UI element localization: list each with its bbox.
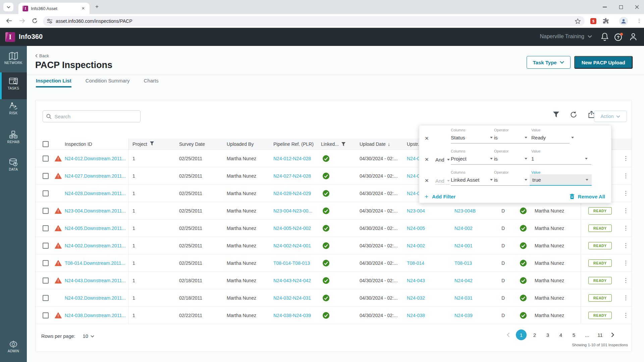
refresh-icon[interactable]	[570, 111, 577, 118]
kebab-menu-icon[interactable]: ⋮	[623, 294, 629, 301]
row-checkbox[interactable]	[43, 156, 49, 162]
page-number[interactable]: 4	[556, 332, 566, 338]
row-checkbox[interactable]	[43, 312, 49, 318]
pipeline-ref-link[interactable]: N24-032-N24-031	[273, 295, 311, 301]
upstream-link[interactable]: N24-0	[407, 173, 420, 179]
extensions-puzzle-icon[interactable]	[603, 18, 609, 24]
pipeline-ref-link[interactable]: N23-004-N23-00...	[273, 208, 312, 214]
sidebar-item-data[interactable]: DATA	[0, 158, 27, 171]
downstream-link[interactable]: N24-042	[454, 278, 473, 283]
filter-column-select[interactable]: Status	[451, 135, 493, 140]
page-number[interactable]: 11	[595, 332, 605, 338]
kebab-menu-icon[interactable]: ⋮	[623, 225, 629, 232]
sidebar-item-tasks[interactable]: TASKS	[0, 72, 27, 99]
bookmark-star-icon[interactable]	[575, 18, 581, 24]
forward-nav-icon[interactable]	[19, 18, 25, 23]
row-checkbox[interactable]	[43, 208, 49, 214]
task-type-button[interactable]: Task Type	[527, 56, 571, 69]
kebab-menu-icon[interactable]: ⋮	[623, 155, 629, 162]
filter-value-select[interactable]: Ready	[531, 135, 574, 140]
upstream-link[interactable]: N24-0	[407, 156, 420, 161]
inspection-id-link[interactable]: T08-014.Downstream.2011...	[65, 260, 125, 266]
kebab-menu-icon[interactable]: ⋮	[623, 242, 629, 249]
upstream-link[interactable]: N24-032	[407, 295, 425, 301]
kebab-menu-icon[interactable]: ⋮	[623, 277, 629, 284]
col-upload-date[interactable]: Upload Date ↓	[360, 138, 407, 149]
sidebar-item-rehab[interactable]: REHAB	[0, 131, 27, 144]
filter-column-select[interactable]: Project	[451, 156, 493, 162]
remove-filter-icon[interactable]: ✕	[425, 178, 429, 184]
page-number[interactable]: 3	[543, 332, 553, 338]
pipeline-ref-link[interactable]: N24-005-N24-002	[273, 226, 311, 231]
site-info-icon[interactable]	[47, 19, 52, 23]
col-pipeline-ref[interactable]: Pipeline Ref. (PLR)	[273, 138, 321, 149]
search-box[interactable]	[43, 110, 141, 122]
profile-avatar[interactable]	[619, 17, 628, 25]
downstream-link[interactable]: T08-013	[454, 260, 472, 266]
page-number[interactable]: 2	[530, 332, 540, 338]
inspection-id-link[interactable]: N24-028.Downstream.2011...	[65, 191, 126, 196]
rows-per-page-select[interactable]: 10	[83, 334, 94, 339]
back-nav-icon[interactable]	[6, 18, 12, 23]
inspection-id-link[interactable]: N24-002.Downstream.2011...	[65, 243, 126, 248]
page-number[interactable]: 1	[516, 329, 527, 340]
pipeline-ref-link[interactable]: N24-038-N24-039	[273, 313, 311, 318]
window-close-button[interactable]	[629, 0, 644, 14]
kebab-menu-icon[interactable]: ⋮	[623, 190, 629, 197]
kebab-menu-icon[interactable]: ⋮	[623, 207, 629, 214]
downstream-link[interactable]: N23-004B	[454, 208, 476, 214]
sidebar-item-risk[interactable]: RISK	[0, 102, 27, 115]
pipeline-ref-link[interactable]: N24-002-N24-001	[273, 243, 311, 248]
help-icon[interactable]: ?	[614, 33, 623, 41]
col-uploaded-by[interactable]: Uploaded By	[227, 138, 273, 149]
pipeline-ref-link[interactable]: T08-014-T08-013	[273, 260, 310, 266]
col-linked[interactable]: Linked...	[321, 138, 360, 149]
filter-column-select[interactable]: Linked Asset	[451, 177, 493, 183]
upstream-link[interactable]: T08-014	[407, 260, 424, 266]
filter-icon[interactable]	[553, 112, 559, 117]
search-input[interactable]	[54, 114, 137, 119]
sidebar-item-admin[interactable]: ADMIN	[0, 340, 27, 353]
url-bar[interactable]: asset.info360.com/inspections/PACP	[43, 16, 585, 26]
pipeline-ref-link[interactable]: N24-012-N24-028	[273, 156, 311, 161]
filter-value-select[interactable]: 1	[531, 156, 588, 162]
tab-inspection-list[interactable]: Inspection List	[36, 78, 71, 87]
downstream-link[interactable]: N24-039	[454, 313, 473, 318]
kebab-menu-icon[interactable]: ⋮	[623, 312, 629, 319]
filter-value-select-focused[interactable]: true	[530, 174, 592, 186]
kebab-menu-icon[interactable]: ⋮	[623, 172, 629, 179]
action-button[interactable]: Action	[594, 111, 627, 122]
tab-close-icon[interactable]: ✕	[80, 5, 86, 11]
row-checkbox[interactable]	[43, 173, 49, 179]
upstream-link[interactable]: N24-043	[407, 278, 425, 283]
notifications-bell-icon[interactable]	[601, 33, 608, 41]
col-survey-date[interactable]: Survey Date	[179, 138, 227, 149]
tab-search-button[interactable]	[3, 3, 13, 11]
upstream-link[interactable]: N24-005	[407, 226, 425, 231]
tab-charts[interactable]: Charts	[144, 78, 159, 87]
browser-menu-icon[interactable]: ⋮	[637, 18, 642, 24]
extension-badge-icon[interactable]: $	[590, 18, 596, 24]
kebab-menu-icon[interactable]: ⋮	[623, 259, 629, 266]
browser-tab[interactable]: I Info360 Asset ✕	[18, 3, 90, 14]
remove-filter-icon[interactable]: ✕	[425, 135, 429, 141]
filter-operator-select[interactable]: is	[494, 177, 527, 183]
pipeline-ref-link[interactable]: N24-043-N24-042	[273, 278, 311, 283]
back-link[interactable]: Back	[35, 53, 49, 58]
col-project[interactable]: Project	[129, 138, 179, 149]
row-checkbox[interactable]	[43, 190, 49, 196]
downstream-link[interactable]: N24-002	[454, 226, 473, 231]
inspection-id-link[interactable]: N24-027.Downstream.2011...	[65, 173, 126, 179]
downstream-link[interactable]: N24-031	[454, 295, 473, 301]
window-minimize-button[interactable]	[597, 0, 612, 14]
pipeline-ref-link[interactable]: N24-028-N24-029	[273, 191, 311, 196]
user-account-icon[interactable]	[629, 33, 637, 41]
org-selector[interactable]: Naperville Training	[540, 34, 592, 40]
inspection-id-link[interactable]: N24-005.Downstream.2011...	[65, 226, 126, 231]
remove-filter-icon[interactable]: ✕	[425, 157, 429, 163]
select-all-checkbox[interactable]	[43, 141, 49, 147]
sidebar-item-network[interactable]: NETWORK	[0, 52, 27, 65]
add-filter-button[interactable]: + Add Filter	[425, 193, 455, 200]
next-page-icon[interactable]	[610, 333, 615, 337]
page-number[interactable]: 5	[569, 332, 579, 338]
